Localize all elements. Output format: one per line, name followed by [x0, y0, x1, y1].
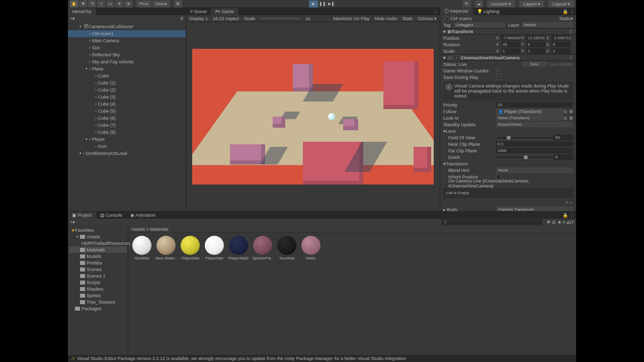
- step-button[interactable]: ▶❚: [327, 1, 336, 8]
- game-guides-checkbox[interactable]: ✓: [496, 68, 501, 73]
- project-folder[interactable]: ▾Assets: [69, 233, 127, 240]
- hierarchy-item[interactable]: ▫ Sky and Fog Volume: [68, 58, 186, 65]
- hierarchy-item[interactable]: ▾▫ Plane: [68, 65, 186, 72]
- scale-y[interactable]: 1: [526, 48, 545, 54]
- project-folder[interactable]: Sprites: [69, 292, 127, 299]
- global-toggle[interactable]: Global: [152, 1, 170, 8]
- follow-field[interactable]: 👤 Player (Transform): [496, 109, 564, 115]
- create-asset-icon[interactable]: +▾: [70, 220, 75, 225]
- tab-animation[interactable]: ◉ Animation: [126, 212, 159, 219]
- priority-field[interactable]: 10: [496, 102, 573, 108]
- add-event-button[interactable]: +: [566, 200, 570, 205]
- search-icon[interactable]: ⚲: [180, 16, 184, 21]
- material-asset[interactable]: ToonMat: [276, 236, 297, 260]
- hierarchy-item[interactable]: ▫ Cube (8): [68, 129, 186, 136]
- tag-dropdown[interactable]: Untagged: [454, 22, 505, 28]
- hierarchy-item[interactable]: ▫ Sun: [68, 44, 186, 51]
- position-y[interactable]: 12.28516: [526, 35, 545, 41]
- project-folder[interactable]: Scripts: [69, 279, 127, 286]
- body-foldout[interactable]: Body: [447, 207, 458, 212]
- breadcrumb[interactable]: Assets > Materials: [128, 226, 576, 233]
- project-folder[interactable]: HDRPDefaultResources: [69, 240, 127, 246]
- custom-tool[interactable]: ⊕: [124, 1, 132, 8]
- transform-tool[interactable]: ✦: [115, 1, 123, 8]
- hierarchy-item[interactable]: ▾▫ Player: [68, 136, 186, 143]
- material-asset[interactable]: PlayerMat2: [228, 236, 249, 260]
- near-field[interactable]: 0.3: [496, 141, 573, 147]
- material-asset[interactable]: New Mater...: [155, 236, 177, 260]
- hand-tool[interactable]: ✋: [70, 1, 78, 8]
- material-asset[interactable]: ObjectMat: [180, 236, 201, 260]
- hierarchy-item[interactable]: ▫ Cube (7): [68, 122, 186, 129]
- tab-scene[interactable]: # Scene: [186, 8, 211, 15]
- rotation-y[interactable]: 0: [526, 42, 545, 47]
- create-dropdown-icon[interactable]: +▾: [70, 16, 75, 21]
- material-asset[interactable]: GunMat: [131, 236, 152, 260]
- hierarchy-item[interactable]: ▫ Cube (4): [68, 101, 186, 108]
- scale-slider[interactable]: [261, 18, 301, 19]
- transform-header[interactable]: Transform: [451, 29, 473, 34]
- layer-dropdown[interactable]: Default: [522, 22, 573, 28]
- hierarchy-item[interactable]: ▫ Cube (2): [68, 86, 186, 94]
- rotation-x[interactable]: 45: [501, 42, 520, 47]
- hierarchy-item[interactable]: ▫ Main Camera: [68, 37, 186, 44]
- remove-event-button[interactable]: −: [570, 200, 572, 205]
- project-folder[interactable]: Packages: [69, 305, 127, 312]
- play-button[interactable]: ▶: [309, 1, 318, 8]
- tab-inspector[interactable]: ⓘ Inspector: [440, 7, 473, 16]
- tab-console[interactable]: ▤ Console: [96, 212, 127, 219]
- fov-slider[interactable]: [496, 137, 554, 138]
- account-dropdown[interactable]: Account ▾: [487, 1, 515, 8]
- dutch-slider[interactable]: [496, 157, 554, 158]
- far-field[interactable]: 1000: [496, 148, 573, 153]
- project-folder[interactable]: Tree_Textures: [69, 299, 127, 305]
- save-play-checkbox[interactable]: ✓: [496, 75, 501, 80]
- position-x[interactable]: -7.660022: [501, 35, 520, 41]
- scene-row[interactable]: ▾🎬 CameraAndCollisions*: [68, 23, 186, 30]
- rotate-tool[interactable]: ⟲: [88, 1, 96, 8]
- hierarchy-item[interactable]: ▫ Gun: [68, 143, 186, 150]
- project-folder[interactable]: Materials: [69, 246, 127, 253]
- project-folder[interactable]: Scenes: [69, 266, 127, 273]
- tab-hierarchy[interactable]: Hierarchy: [68, 8, 96, 15]
- lens-foldout[interactable]: Lens: [446, 129, 456, 134]
- hierarchy-item[interactable]: ▫ Cube (6): [68, 115, 186, 122]
- follow-target-icon[interactable]: ⊙ ⚙: [564, 109, 573, 114]
- maximize-toggle[interactable]: Maximize On Play: [333, 16, 370, 21]
- object-active-checkbox[interactable]: ✓: [443, 16, 448, 21]
- project-search[interactable]: [442, 219, 542, 225]
- aspect-dropdown[interactable]: 16:10 Aspect: [213, 16, 239, 21]
- body-mode-dropdown[interactable]: Framing Transposer: [496, 207, 573, 211]
- pause-button[interactable]: ❚❚: [318, 1, 327, 8]
- position-z[interactable]: -2.996711: [551, 35, 571, 41]
- hierarchy-item[interactable]: ▫ Cube (3): [68, 94, 186, 101]
- rect-tool[interactable]: ▭: [106, 1, 114, 8]
- scale-tool[interactable]: ⤢: [97, 1, 105, 8]
- project-folder[interactable]: Models: [69, 253, 127, 259]
- hierarchy-item[interactable]: ▫ Cube (1): [68, 79, 186, 86]
- lookat-target-icon[interactable]: ⊙ ⚙: [564, 116, 573, 121]
- scale-x[interactable]: 1: [501, 48, 520, 54]
- project-folder[interactable]: Shaders: [69, 286, 127, 292]
- project-folder[interactable]: Prefabs: [69, 259, 127, 266]
- transitions-foldout[interactable]: Transitions: [446, 161, 468, 166]
- hierarchy-item[interactable]: ▫ CM vcam1: [68, 30, 186, 37]
- lookat-field[interactable]: None (Transform): [496, 115, 564, 121]
- tab-lighting[interactable]: 💡 Lighting: [473, 8, 504, 15]
- material-asset[interactable]: Walls: [300, 236, 321, 260]
- gizmos-dropdown[interactable]: Gizmos ▾: [418, 16, 437, 21]
- tab-project[interactable]: ▣ Project: [68, 212, 96, 219]
- blend-dropdown[interactable]: None: [496, 167, 573, 173]
- hierarchy-item[interactable]: ▾▫ DontDestroyOnLoad: [68, 150, 186, 157]
- layout-dropdown[interactable]: Layout ▾: [548, 1, 574, 8]
- hierarchy-item[interactable]: ▫ Reflected Sky: [68, 51, 186, 58]
- snap-toggle[interactable]: ⊞: [174, 1, 182, 8]
- stats-toggle[interactable]: Stats: [402, 16, 413, 21]
- favorites-row[interactable]: ★ Favorites: [69, 227, 127, 233]
- pivot-toggle[interactable]: Pivot: [136, 1, 151, 8]
- static-dropdown[interactable]: Static: [559, 16, 571, 21]
- cloud-icon[interactable]: ☁: [475, 1, 483, 8]
- object-name-field[interactable]: CM vcam1: [448, 16, 559, 21]
- display-dropdown[interactable]: Display 1: [189, 16, 208, 21]
- hierarchy-item[interactable]: ▫ Cube: [68, 72, 186, 79]
